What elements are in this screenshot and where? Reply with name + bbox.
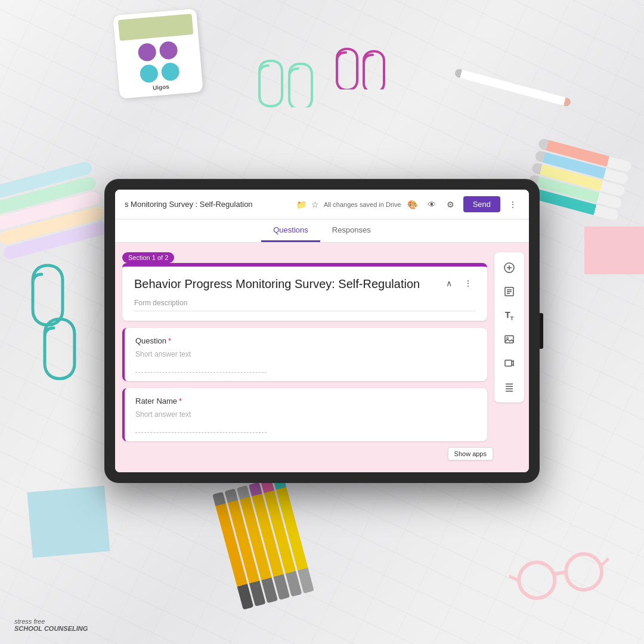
question-card-2: Rater Name* Short answer text bbox=[122, 388, 487, 441]
required-star-1: * bbox=[168, 336, 171, 345]
add-section-button[interactable] bbox=[499, 376, 520, 398]
watermark-line2: SCHOOL COUNSELING bbox=[14, 625, 88, 632]
form-title-card: Behavior Progress Monitoring Survey: Sel… bbox=[122, 263, 487, 321]
svg-point-0 bbox=[516, 559, 558, 601]
svg-line-3 bbox=[509, 574, 519, 581]
question-label-2: Rater Name* bbox=[135, 397, 476, 405]
required-star-2: * bbox=[179, 397, 182, 405]
svg-point-13 bbox=[507, 338, 509, 339]
short-answer-label-2: Short answer text bbox=[135, 410, 476, 419]
clips-top-mint bbox=[256, 60, 328, 110]
clips-top-magenta bbox=[334, 48, 394, 92]
show-apps-button[interactable]: Show apps bbox=[448, 447, 493, 460]
form-title-text: Behavior Progress Monitoring Survey: Sel… bbox=[134, 276, 437, 292]
tablet: s Monitoring Survey : Self-Regulation 📁 … bbox=[104, 179, 540, 483]
sticky-note-blue bbox=[27, 486, 110, 558]
add-question-button[interactable] bbox=[499, 257, 520, 278]
add-video-button[interactable] bbox=[499, 352, 520, 374]
forms-content: Section 1 of 2 Behavior Progress Monitor… bbox=[115, 243, 529, 472]
import-questions-button[interactable] bbox=[499, 281, 520, 302]
tab-questions[interactable]: Questions bbox=[261, 219, 320, 242]
short-answer-line-1 bbox=[135, 361, 267, 373]
form-title-actions: ∧ ⋮ bbox=[442, 276, 475, 290]
svg-rect-14 bbox=[505, 360, 512, 366]
calc-btn-1 bbox=[137, 42, 157, 62]
short-answer-label-1: Short answer text bbox=[135, 350, 476, 358]
watermark: stress free SCHOOL COUNSELING bbox=[14, 618, 88, 632]
svg-line-4 bbox=[600, 558, 610, 565]
collapse-icon[interactable]: ∧ bbox=[442, 276, 456, 290]
more-icon[interactable]: ⋮ bbox=[506, 198, 519, 211]
star-icon[interactable]: ☆ bbox=[311, 200, 319, 209]
question-card-1: Question* Short answer text bbox=[122, 328, 487, 381]
calc-screen bbox=[118, 14, 194, 41]
calculator: Uigos bbox=[113, 8, 203, 99]
forms-toolbar: TT bbox=[494, 252, 524, 402]
forms-header: s Monitoring Survey : Self-Regulation 📁 … bbox=[115, 190, 529, 219]
svg-line-2 bbox=[554, 572, 566, 574]
add-title-button[interactable]: TT bbox=[499, 305, 520, 326]
palette-icon[interactable]: 🎨 bbox=[406, 198, 419, 211]
tab-responses[interactable]: Responses bbox=[320, 219, 383, 242]
form-title-header-row: Behavior Progress Monitoring Survey: Sel… bbox=[134, 276, 475, 292]
forms-tabs: Questions Responses bbox=[115, 219, 529, 243]
send-button[interactable]: Send bbox=[463, 196, 500, 212]
form-title-header: s Monitoring Survey : Self-Regulation bbox=[125, 200, 292, 209]
watermark-line1: stress free bbox=[14, 618, 88, 625]
settings-icon[interactable]: ⚙ bbox=[444, 198, 457, 211]
clips-left bbox=[30, 262, 78, 384]
question-label-1: Question* bbox=[135, 336, 476, 345]
calc-btn-4 bbox=[160, 62, 180, 82]
calc-buttons bbox=[137, 41, 180, 83]
calc-btn-3 bbox=[140, 64, 159, 83]
folder-icon[interactable]: 📁 bbox=[296, 200, 306, 209]
saved-text: All changes saved in Drive bbox=[324, 201, 401, 208]
sticky-note-pink bbox=[584, 227, 644, 274]
add-image-button[interactable] bbox=[499, 329, 520, 350]
header-icons: 🎨 👁 ⚙ Send ⋮ bbox=[406, 196, 519, 212]
short-answer-line-2 bbox=[135, 421, 267, 433]
form-description-field[interactable]: Form description bbox=[134, 299, 475, 311]
tablet-screen: s Monitoring Survey : Self-Regulation 📁 … bbox=[115, 190, 529, 472]
more-options-icon[interactable]: ⋮ bbox=[461, 276, 475, 290]
svg-point-1 bbox=[563, 551, 605, 593]
section-badge: Section 1 of 2 bbox=[122, 252, 174, 263]
svg-rect-12 bbox=[505, 336, 513, 343]
calc-label: Uigos bbox=[153, 83, 170, 91]
preview-icon[interactable]: 👁 bbox=[425, 198, 438, 211]
forms-main: Section 1 of 2 Behavior Progress Monitor… bbox=[115, 243, 494, 472]
calc-btn-2 bbox=[159, 41, 178, 60]
tablet-side-button bbox=[540, 313, 543, 349]
